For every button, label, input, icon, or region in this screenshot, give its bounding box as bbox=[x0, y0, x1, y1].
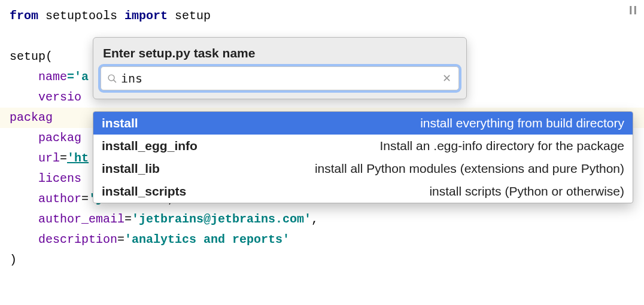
completion-name: install_egg_info bbox=[102, 139, 198, 153]
completion-desc: Install an .egg-info directory for the p… bbox=[379, 139, 624, 153]
svg-point-0 bbox=[108, 75, 114, 81]
completion-item[interactable]: install install everything from build di… bbox=[93, 112, 633, 135]
completion-name: install_lib bbox=[102, 161, 160, 176]
completion-item[interactable]: install_egg_info Install an .egg-info di… bbox=[93, 135, 633, 157]
clear-icon[interactable]: ✕ bbox=[441, 72, 452, 85]
completion-name: install bbox=[102, 116, 138, 130]
code-line: author_email='jetbrains@jetbrains.com', bbox=[10, 209, 634, 230]
completion-dropdown: install install everything from build di… bbox=[93, 111, 633, 203]
code-line: from setuptools import setup bbox=[10, 6, 634, 26]
completion-desc: install everything from build directory bbox=[420, 116, 624, 130]
completion-item[interactable]: install_lib install all Python modules (… bbox=[93, 157, 633, 180]
completion-desc: install scripts (Python or otherwise) bbox=[429, 184, 624, 199]
search-field[interactable]: ✕ bbox=[101, 66, 459, 90]
completion-desc: install all Python modules (extensions a… bbox=[315, 161, 624, 176]
code-line: description='analytics and reports' bbox=[10, 230, 634, 250]
code-line: ) bbox=[10, 250, 634, 270]
search-input[interactable] bbox=[121, 71, 441, 86]
completion-item[interactable]: install_scripts install scripts (Python … bbox=[93, 180, 633, 203]
keyword-import: import bbox=[124, 9, 168, 23]
search-icon bbox=[107, 74, 117, 84]
pause-icon: II bbox=[629, 4, 638, 17]
svg-line-1 bbox=[114, 80, 116, 82]
keyword-from: from bbox=[10, 9, 38, 23]
popup-title: Enter setup.py task name bbox=[93, 38, 466, 66]
task-name-popup: Enter setup.py task name ✕ bbox=[93, 37, 467, 99]
completion-name: install_scripts bbox=[102, 184, 186, 199]
